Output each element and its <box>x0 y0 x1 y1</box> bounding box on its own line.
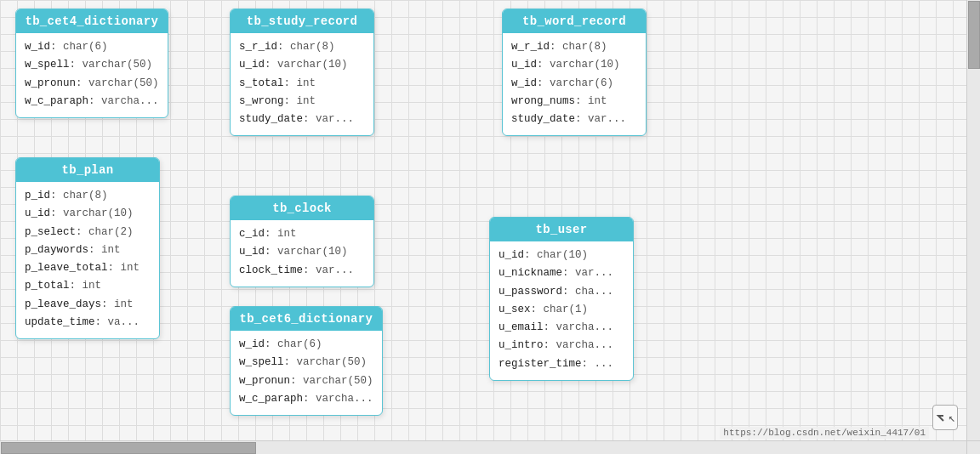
table-field: p_daywords: int <box>25 241 151 259</box>
table-header-tb_user: tb_user <box>490 218 633 241</box>
table-field: u_id: varchar(10) <box>239 56 365 74</box>
table-tb_word_record[interactable]: tb_word_recordw_r_id: char(8)u_id: varch… <box>502 9 647 136</box>
scrollbar-bottom[interactable] <box>0 440 966 454</box>
table-field: w_r_id: char(8) <box>511 38 637 56</box>
table-field: s_r_id: char(8) <box>239 38 365 56</box>
table-field: w_c_paraph: varcha... <box>25 93 159 111</box>
table-tb_study_record[interactable]: tb_study_records_r_id: char(8)u_id: varc… <box>230 9 374 136</box>
table-field: w_pronun: varchar(50) <box>239 372 373 390</box>
table-field: study_date: var... <box>239 111 365 128</box>
table-header-tb_plan: tb_plan <box>16 158 159 182</box>
table-field: p_leave_total: int <box>25 259 151 277</box>
table-body-tb_cet4_dictionary: w_id: char(6)w_spell: varchar(50)w_pronu… <box>16 33 168 117</box>
table-field: u_sex: char(1) <box>499 301 624 319</box>
scrollbar-corner <box>966 440 980 454</box>
table-field: u_id: varchar(10) <box>239 243 365 261</box>
table-field: p_select: char(2) <box>25 224 151 241</box>
table-body-tb_cet6_dictionary: w_id: char(6)w_spell: varchar(50)w_pronu… <box>231 331 382 415</box>
table-field: w_id: char(6) <box>239 336 373 354</box>
scrollbar-right[interactable] <box>966 0 980 442</box>
table-body-tb_word_record: w_r_id: char(8)u_id: varchar(10)w_id: va… <box>503 33 646 135</box>
table-tb_cet4_dictionary[interactable]: tb_cet4_dictionaryw_id: char(6)w_spell: … <box>15 9 168 118</box>
table-field: wrong_nums: int <box>511 93 637 111</box>
table-field: study_date: var... <box>511 111 637 128</box>
navigate-button[interactable]: ↖ <box>932 405 958 430</box>
table-field: p_id: char(8) <box>25 187 151 205</box>
table-header-tb_cet4_dictionary: tb_cet4_dictionary <box>16 9 168 33</box>
table-field: u_id: varchar(10) <box>511 56 637 74</box>
table-field: u_password: cha... <box>499 283 624 301</box>
table-field: w_id: varchar(6) <box>511 75 637 93</box>
table-field: update_time: va... <box>25 314 151 332</box>
table-field: w_pronun: varchar(50) <box>25 75 159 93</box>
table-field: clock_time: var... <box>239 262 365 280</box>
scrollbar-bottom-thumb[interactable] <box>1 442 256 454</box>
table-field: c_id: int <box>239 225 365 243</box>
table-body-tb_user: u_id: char(10)u_nickname: var...u_passwo… <box>490 241 633 380</box>
table-header-tb_cet6_dictionary: tb_cet6_dictionary <box>231 307 382 331</box>
table-body-tb_clock: c_id: intu_id: varchar(10)clock_time: va… <box>231 220 373 287</box>
url-bar: https://blog.csdn.net/weixin_4417/01 <box>720 427 929 439</box>
table-field: w_spell: varchar(50) <box>239 354 373 372</box>
table-field: p_leave_days: int <box>25 296 151 314</box>
table-tb_user[interactable]: tb_useru_id: char(10)u_nickname: var...u… <box>489 217 634 381</box>
table-tb_clock[interactable]: tb_clockc_id: intu_id: varchar(10)clock_… <box>230 196 374 287</box>
table-field: s_total: int <box>239 75 365 93</box>
table-field: p_total: int <box>25 277 151 295</box>
table-tb_plan[interactable]: tb_planp_id: char(8)u_id: varchar(10)p_s… <box>15 157 160 339</box>
table-body-tb_plan: p_id: char(8)u_id: varchar(10)p_select: … <box>16 182 159 338</box>
table-field: w_id: char(6) <box>25 38 159 56</box>
diagram-canvas: tb_cet4_dictionaryw_id: char(6)w_spell: … <box>0 0 980 454</box>
table-field: w_spell: varchar(50) <box>25 56 159 74</box>
table-field: s_wrong: int <box>239 93 365 111</box>
table-tb_cet6_dictionary[interactable]: tb_cet6_dictionaryw_id: char(6)w_spell: … <box>230 306 383 416</box>
table-field: u_nickname: var... <box>499 264 624 282</box>
table-field: u_intro: varcha... <box>499 337 624 355</box>
table-field: u_id: varchar(10) <box>25 205 151 223</box>
table-header-tb_clock: tb_clock <box>231 196 373 220</box>
table-field: register_time: ... <box>499 355 624 373</box>
table-header-tb_study_record: tb_study_record <box>231 9 373 33</box>
table-field: w_c_paraph: varcha... <box>239 390 373 408</box>
navigate-icon: ↖ <box>949 411 955 425</box>
table-body-tb_study_record: s_r_id: char(8)u_id: varchar(10)s_total:… <box>231 33 373 135</box>
table-header-tb_word_record: tb_word_record <box>503 9 646 33</box>
table-field: u_id: char(10) <box>499 247 624 264</box>
scrollbar-right-thumb[interactable] <box>968 1 980 69</box>
table-field: u_email: varcha... <box>499 319 624 337</box>
